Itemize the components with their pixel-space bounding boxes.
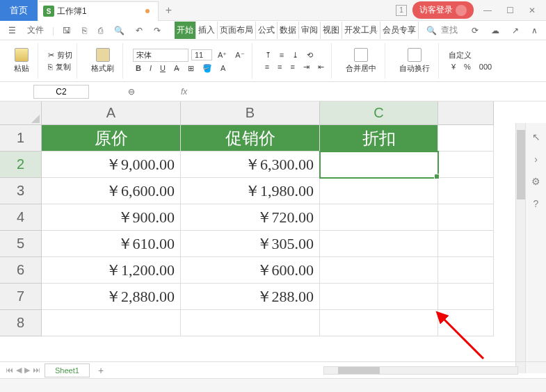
align-bottom-icon[interactable]: ⤓ (289, 50, 301, 60)
paste-button[interactable]: 粘贴 (10, 48, 33, 74)
cell-c1[interactable]: 折扣 (320, 125, 438, 152)
copy-button[interactable]: ⎘复制 (48, 62, 72, 72)
cell-d1[interactable] (438, 125, 494, 152)
tab-data[interactable]: 数据 (278, 22, 299, 39)
cell-c5[interactable] (320, 231, 438, 257)
tab-dev-tools[interactable]: 开发工具 (342, 22, 380, 39)
cell-b7[interactable]: ￥288.00 (181, 284, 320, 310)
maximize-button[interactable]: ☐ (501, 2, 518, 19)
cell-b2[interactable]: ￥6,300.00 (181, 152, 320, 178)
minimize-button[interactable]: — (479, 2, 496, 19)
align-left-icon[interactable]: ≡ (262, 62, 272, 72)
row-header-3[interactable]: 3 (0, 178, 42, 204)
tab-start[interactable]: 开始 (175, 22, 196, 39)
merge-button[interactable]: 合并居中 (342, 48, 380, 74)
decrease-font-icon[interactable]: A⁻ (232, 50, 247, 60)
vscroll-thumb[interactable] (517, 130, 525, 199)
cell-c6[interactable] (320, 257, 438, 284)
tab-add-button[interactable]: + (159, 4, 179, 17)
tab-document[interactable]: S 工作簿1 (39, 1, 159, 21)
wrap-text-button[interactable]: 自动换行 (395, 48, 434, 74)
tab-insert[interactable]: 插入 (196, 22, 218, 39)
tab-member[interactable]: 会员专享 (380, 22, 419, 39)
cell-a1[interactable]: 原价 (42, 125, 181, 152)
tab-view[interactable]: 视图 (321, 22, 342, 39)
comma-button[interactable]: 000 (476, 62, 495, 72)
cell-d3[interactable] (438, 178, 494, 204)
collapse-ribbon-icon[interactable]: ∧ (529, 24, 540, 37)
number-format-label[interactable]: 自定义 (449, 50, 472, 60)
select-all-corner[interactable] (0, 101, 42, 125)
cell-d7[interactable] (438, 284, 494, 310)
col-header-b[interactable]: B (181, 101, 320, 125)
row-header-5[interactable]: 5 (0, 231, 42, 257)
help-icon[interactable]: ? (533, 198, 539, 209)
zoom-out-icon[interactable]: ⊖ (127, 87, 136, 97)
save-as-icon[interactable]: ⎘ (79, 24, 90, 37)
cell-a8[interactable] (42, 310, 181, 336)
col-header-d[interactable] (438, 101, 494, 125)
align-top-icon[interactable]: ⤒ (262, 50, 274, 60)
font-color-button[interactable]: A (218, 63, 228, 73)
font-name-select[interactable]: 宋体 (133, 49, 188, 62)
cell-a7[interactable]: ￥2,880.00 (42, 284, 181, 310)
cell-d6[interactable] (438, 257, 494, 284)
cell-b4[interactable]: ￥720.00 (181, 204, 320, 231)
cell-a3[interactable]: ￥6,600.00 (42, 178, 181, 204)
cell-d2[interactable] (438, 152, 494, 178)
tab-review[interactable]: 审阅 (299, 22, 321, 39)
outdent-icon[interactable]: ⇤ (315, 62, 327, 72)
redo-icon[interactable]: ↷ (151, 24, 163, 37)
row-header-7[interactable]: 7 (0, 284, 42, 310)
fx-icon[interactable]: fx (181, 87, 187, 97)
sheet-tab-sheet1[interactable]: Sheet1 (45, 364, 90, 377)
menu-icon[interactable]: ☰ (6, 24, 19, 37)
strikethrough-button[interactable]: A̶ (171, 63, 182, 74)
row-header-4[interactable]: 4 (0, 204, 42, 231)
italic-button[interactable]: I (147, 63, 154, 73)
preview-icon[interactable]: 🔍 (111, 24, 127, 37)
increase-font-icon[interactable]: A⁺ (215, 50, 230, 60)
fill-color-button[interactable]: 🪣 (200, 63, 215, 74)
sheet-next-icon[interactable]: ▶ (24, 366, 30, 375)
row-header-2[interactable]: 2 (0, 152, 42, 178)
sheet-first-icon[interactable]: ⏮ (6, 366, 13, 375)
cell-d4[interactable] (438, 204, 494, 231)
cell-a5[interactable]: ￥610.00 (42, 231, 181, 257)
align-center-icon[interactable]: ≡ (275, 62, 284, 72)
cloud-icon[interactable]: ⟳ (469, 24, 481, 37)
sheet-last-icon[interactable]: ⏭ (33, 366, 40, 375)
indent-icon[interactable]: ⇥ (300, 62, 312, 72)
settings-icon[interactable]: ⚙ (531, 176, 540, 187)
cell-b1[interactable]: 促销价 (181, 125, 320, 152)
underline-button[interactable]: U (157, 63, 168, 73)
cell-b3[interactable]: ￥1,980.00 (181, 178, 320, 204)
row-header-1[interactable]: 1 (0, 125, 42, 152)
row-header-8[interactable]: 8 (0, 310, 42, 336)
cell-b8[interactable] (181, 310, 320, 336)
cell-c7[interactable] (320, 284, 438, 310)
name-box[interactable] (33, 85, 89, 99)
share-icon[interactable]: ↗ (509, 24, 522, 37)
cell-c2[interactable] (320, 152, 438, 178)
bold-button[interactable]: B (133, 63, 144, 73)
close-button[interactable]: ✕ (524, 2, 540, 19)
cloud-sync-icon[interactable]: ☁ (488, 24, 502, 37)
percent-button[interactable]: % (461, 62, 474, 72)
chevron-right-icon[interactable]: › (534, 154, 538, 165)
cell-c8[interactable] (320, 310, 438, 336)
sheet-prev-icon[interactable]: ◀ (16, 366, 22, 375)
cell-a2[interactable]: ￥9,000.00 (42, 152, 181, 178)
orientation-icon[interactable]: ⟲ (304, 50, 316, 60)
format-painter-button[interactable]: 格式刷 (87, 48, 118, 74)
cell-a6[interactable]: ￥1,200.00 (42, 257, 181, 284)
cell-c3[interactable] (320, 178, 438, 204)
cell-c4[interactable] (320, 204, 438, 231)
add-sheet-button[interactable]: + (94, 365, 108, 376)
row-header-6[interactable]: 6 (0, 257, 42, 284)
cell-a4[interactable]: ￥900.00 (42, 204, 181, 231)
vertical-scrollbar[interactable] (515, 123, 525, 373)
font-size-select[interactable]: 11 (191, 49, 212, 60)
col-header-c[interactable]: C (320, 101, 438, 125)
save-icon[interactable]: 🖫 (60, 24, 74, 37)
